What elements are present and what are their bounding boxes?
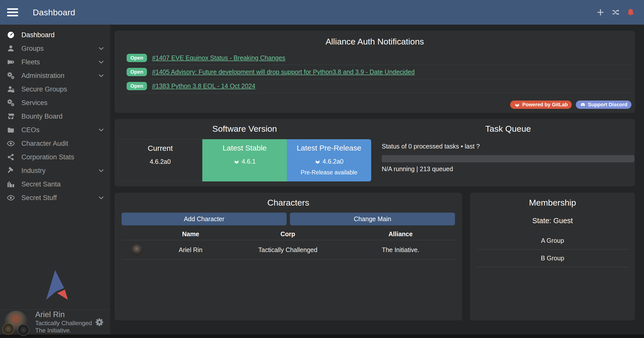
page-title: Dashboard — [33, 8, 75, 17]
version-value: 4.6.2a0 — [150, 158, 171, 165]
user-name: Ariel Rin — [35, 310, 92, 319]
main-content: Alliance Auth Notifications Open #1407 E… — [110, 25, 644, 334]
shuffle-icon[interactable] — [611, 8, 620, 17]
top-navbar: Dashboard — [0, 0, 644, 25]
change-main-button[interactable]: Change Main — [290, 213, 455, 225]
version-heading: Current — [118, 144, 202, 153]
alliance-logo — [18, 324, 29, 336]
sidebar-item-corporation-stats[interactable]: Corporation Stats — [0, 150, 110, 164]
add-character-button[interactable]: Add Character — [122, 213, 287, 225]
notifications-title: Alliance Auth Notifications — [115, 37, 635, 46]
sidebar-item-ceos[interactable]: CEOs — [0, 123, 110, 137]
sidebar-item-dashboard[interactable]: Dashboard — [0, 28, 110, 42]
sidebar-item-label: CEOs — [21, 126, 40, 134]
status-badge: Open — [127, 54, 147, 62]
version-heading: Latest Pre-Release — [287, 144, 371, 152]
powered-by-gitlab-badge[interactable]: Powered by GitLab — [510, 101, 572, 109]
gitlab-icon — [315, 159, 321, 165]
sidebar-item-character-audit[interactable]: Character Audit — [0, 137, 110, 150]
notifications-list: Open #1407 EVE Equinox Status - Breaking… — [127, 51, 634, 93]
sidebar-item-industry[interactable]: Industry — [0, 164, 110, 177]
sidebar-item-label: Secret Santa — [21, 180, 61, 188]
menu-icon[interactable] — [7, 8, 18, 16]
version-value: 4.6.2a0 — [323, 158, 344, 165]
sidebar-item-label: Fleets — [21, 58, 40, 66]
task-queue-title: Task Queue — [382, 124, 634, 134]
sidebar-item-label: Character Audit — [21, 140, 68, 148]
sidebar: Dashboard Groups Fleets — [0, 25, 110, 334]
chevron-down-icon — [98, 45, 105, 52]
alliance-auth-logo — [40, 270, 71, 303]
share-icon — [7, 153, 15, 161]
bottom-strip — [0, 334, 644, 338]
sidebar-user-panel: Ariel Rin Tactically Challenged The Init… — [0, 309, 110, 334]
shuttle-icon — [7, 58, 15, 66]
hammer-icon — [7, 167, 15, 175]
chevron-down-icon — [98, 72, 105, 79]
cell-name: Ariel Rin — [152, 246, 230, 254]
plus-icon[interactable] — [596, 8, 605, 17]
list-item: B Group — [477, 250, 628, 267]
characters-title: Characters — [122, 198, 455, 208]
user-alliance: The Initiative. — [35, 327, 92, 334]
eye-icon — [7, 194, 15, 202]
task-queue-progressbar — [382, 155, 634, 162]
sidebar-item-label: Dashboard — [21, 31, 55, 39]
table-header-row: Name Corp Alliance — [122, 228, 455, 240]
cogs-icon — [7, 72, 15, 80]
chevron-down-icon — [98, 126, 105, 133]
user-icon — [7, 44, 15, 53]
user-lock-icon — [7, 85, 15, 93]
gitlab-icon — [234, 159, 240, 165]
sidebar-item-secret-santa[interactable]: Secret Santa — [0, 177, 110, 191]
notification-item: Open #1405 Advisory: Future development … — [127, 65, 634, 79]
software-version-panel: Software Version Current 4.6.2a0 Latest … — [115, 119, 635, 186]
table-row: Ariel Rin Tactically Challenged The Init… — [122, 240, 455, 260]
sidebar-item-secret-stuff[interactable]: Secret Stuff — [0, 191, 110, 205]
sidebar-item-label: Secure Groups — [21, 85, 67, 93]
sidebar-item-fleets[interactable]: Fleets — [0, 55, 110, 69]
badge-label: Support Discord — [588, 102, 627, 108]
status-badge: Open — [127, 68, 147, 76]
col-header-alliance: Alliance — [346, 230, 455, 238]
eye-icon — [7, 139, 15, 148]
notification-item: Open #1383 Python 3.8 EOL - 14 Oct 2024 — [127, 79, 634, 93]
bell-icon[interactable] — [626, 8, 635, 17]
notification-link[interactable]: #1383 Python 3.8 EOL - 14 Oct 2024 — [152, 82, 255, 90]
character-avatar — [131, 244, 142, 255]
sidebar-item-label: Groups — [21, 45, 44, 53]
membership-panel: Membership State: Guest A Group B Group — [470, 193, 635, 320]
settings-gear-icon[interactable] — [95, 317, 104, 327]
badge-label: Powered by GitLab — [522, 102, 568, 108]
status-badge: Open — [127, 82, 147, 90]
chevron-down-icon — [98, 59, 105, 66]
task-queue-counts: N/A running | 213 queued — [382, 165, 634, 173]
gifts-icon — [7, 180, 15, 188]
list-item: A Group — [477, 232, 628, 250]
sidebar-item-label: Corporation Stats — [21, 153, 74, 161]
sidebar-item-groups[interactable]: Groups — [0, 42, 110, 55]
sidebar-item-services[interactable]: Services — [0, 96, 110, 110]
notification-link[interactable]: #1407 EVE Equinox Status - Breaking Chan… — [152, 54, 285, 62]
cell-corp: Tactically Challenged — [230, 246, 346, 254]
membership-title: Membership — [470, 198, 635, 208]
sidebar-item-label: Secret Stuff — [21, 194, 57, 202]
navbar-actions — [596, 8, 635, 17]
characters-panel: Characters Add Character Change Main Nam… — [115, 193, 462, 320]
prerelease-note: Pre-Release available — [287, 169, 371, 176]
alliance-auth-app: Dashboard — [0, 0, 644, 338]
sidebar-item-administration[interactable]: Administration — [0, 69, 110, 82]
sidebar-item-label: Administration — [21, 72, 64, 80]
col-header-corp: Corp — [230, 230, 346, 238]
software-version-title: Software Version — [118, 124, 371, 134]
version-current-box: Current 4.6.2a0 — [118, 139, 202, 181]
version-value: 4.6.1 — [242, 158, 256, 165]
notification-link[interactable]: #1405 Advisory: Future development will … — [152, 68, 415, 76]
notification-item: Open #1407 EVE Equinox Status - Breaking… — [127, 51, 634, 65]
sidebar-item-bounty-board[interactable]: Bounty Board — [0, 110, 110, 123]
version-heading: Latest Stable — [202, 144, 287, 152]
sidebar-item-secure-groups[interactable]: Secure Groups — [0, 82, 110, 96]
gauge-icon — [7, 31, 15, 39]
characters-table: Name Corp Alliance Ariel Rin Tactically … — [122, 228, 455, 260]
support-discord-badge[interactable]: Support Discord — [576, 101, 631, 109]
